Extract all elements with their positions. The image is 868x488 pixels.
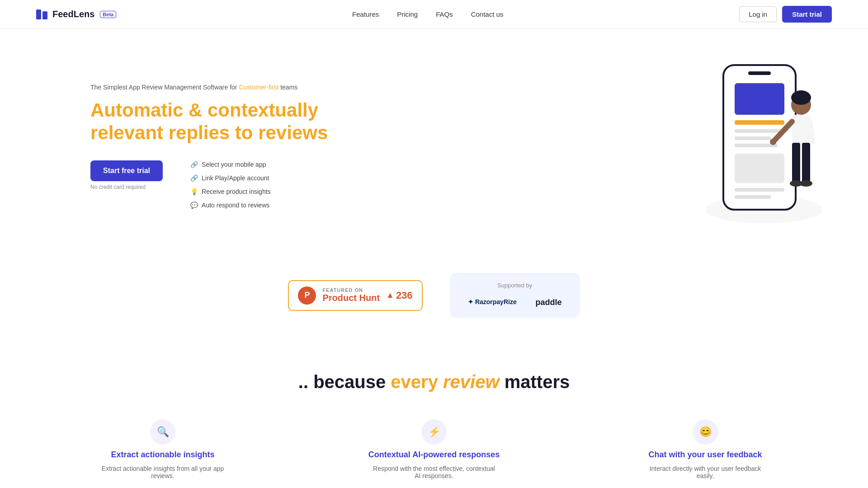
ai-title: Contextual AI-powered responses [368,450,500,460]
hero-illustration [696,56,832,237]
hero-heading: Automatic & contextually relevant replie… [90,99,328,145]
svg-rect-17 [802,143,810,183]
insights-icon: 🔍 [157,426,169,438]
svg-rect-10 [735,154,784,183]
product-hunt-logo: P [298,286,316,305]
nav-pricing[interactable]: Pricing [397,10,418,18]
feature-chat: 😊 Chat with your user feedback Interact … [579,419,832,479]
svg-rect-12 [735,195,771,199]
hero-illustration-svg [696,56,832,237]
hero-cta-area: Start free trial No credit card required… [90,160,328,209]
svg-line-21 [810,122,813,142]
supported-logos: ✦ RazorpayRize paddle [468,296,562,309]
step-3-text: Receive product insights [202,188,271,195]
heading-matters: matters [505,372,570,392]
logo-text: FeedLens [52,9,94,19]
paddle-logo: paddle [536,298,562,307]
step-1: 🔗 Select your mobile app [190,160,271,169]
insights-desc: Extract actionable insights from all you… [99,465,226,479]
feedlens-logo-svg [36,9,49,19]
feature-ai: ⚡ Contextual AI-powered responses Respon… [307,419,561,479]
product-hunt-text: FEATURED ON Product Hunt [322,287,380,303]
svg-rect-5 [735,83,784,115]
svg-rect-8 [735,136,771,140]
svg-rect-1 [42,11,47,19]
insights-title: Extract actionable insights [111,450,214,460]
hero-cta-left: Start free trial No credit card required [90,160,163,190]
svg-text:✦ RazorpayRize: ✦ RazorpayRize [468,298,517,305]
step-2-icon: 🔗 [190,174,198,182]
step-3: 💡 Receive product insights [190,188,271,196]
chat-icon: 😊 [699,426,712,438]
svg-rect-11 [735,188,784,192]
chat-icon-wrap: 😊 [693,419,718,445]
hero-content: The Simplest App Review Management Softw… [90,84,328,210]
supported-box: Supported by ✦ RazorpayRize paddle [450,273,580,318]
step-2-text: Link Play/Apple account [202,174,269,182]
because-heading: .. because every review matters [36,372,832,392]
heading-review: review [443,372,500,392]
step-3-icon: 💡 [190,188,198,196]
because-section: .. because every review matters 🔍 Extrac… [0,345,868,488]
step-1-icon: 🔗 [190,160,198,169]
razorpay-svg: ✦ RazorpayRize [468,296,522,307]
social-proof-section: P FEATURED ON Product Hunt ▲ 236 Support… [0,255,868,345]
feature-insights: 🔍 Extract actionable insights Extract ac… [36,419,289,479]
nav-links: Features Pricing FAQs Contact us [352,10,503,18]
nav-features[interactable]: Features [352,10,379,18]
start-trial-button[interactable]: Start trial [782,6,832,23]
ph-count: ▲ 236 [386,290,413,301]
step-2: 🔗 Link Play/Apple account [190,174,271,182]
beta-badge: Beta [100,11,116,18]
step-4-text: Auto respond to reviews [202,202,269,209]
hero-tagline: The Simplest App Review Management Softw… [90,84,328,91]
svg-rect-4 [748,71,771,75]
ph-featured-label: FEATURED ON [322,287,380,293]
svg-point-22 [770,139,776,145]
heading-every: every [391,372,438,392]
step-4-icon: 💬 [190,201,198,209]
hero-section: The Simplest App Review Management Softw… [0,29,868,255]
svg-point-19 [800,180,812,187]
chat-title: Chat with your user feedback [648,450,762,460]
nav-actions: Log in Start trial [739,6,832,23]
svg-point-14 [791,90,811,105]
supported-label: Supported by [497,282,532,289]
ai-icon: ⚡ [428,426,440,438]
tagline-end: teams [280,84,297,91]
ai-icon-wrap: ⚡ [421,419,447,445]
ph-arrow-icon: ▲ [386,291,394,300]
hero-steps: 🔗 Select your mobile app 🔗 Link Play/App… [190,160,271,209]
chat-desc: Interact directly with your user feedbac… [642,465,769,479]
nav-contact[interactable]: Contact us [471,10,504,18]
razorpay-logo: ✦ RazorpayRize [468,296,522,309]
svg-rect-15 [792,115,810,144]
step-1-text: Select your mobile app [202,161,266,168]
logo-icon [36,9,49,19]
features-grid: 🔍 Extract actionable insights Extract ac… [36,419,832,479]
no-card-text: No credit card required [90,184,146,190]
product-hunt-badge[interactable]: P FEATURED ON Product Hunt ▲ 236 [288,280,422,311]
logo: FeedLens Beta [36,9,116,19]
insights-icon-wrap: 🔍 [150,419,175,445]
svg-rect-0 [36,9,41,19]
start-free-trial-button[interactable]: Start free trial [90,160,163,181]
svg-rect-16 [792,143,800,183]
login-button[interactable]: Log in [739,6,777,22]
heading-because: because [313,372,391,392]
svg-rect-7 [735,129,784,133]
tagline-highlight: Customer-first [239,84,278,91]
ai-desc: Respond with the most effective, context… [371,465,497,479]
navbar: FeedLens Beta Features Pricing FAQs Cont… [0,0,868,29]
svg-rect-6 [735,120,784,125]
heading-dots: .. [298,372,308,392]
nav-faqs[interactable]: FAQs [436,10,453,18]
step-4: 💬 Auto respond to reviews [190,201,271,209]
ph-name: Product Hunt [322,293,380,303]
